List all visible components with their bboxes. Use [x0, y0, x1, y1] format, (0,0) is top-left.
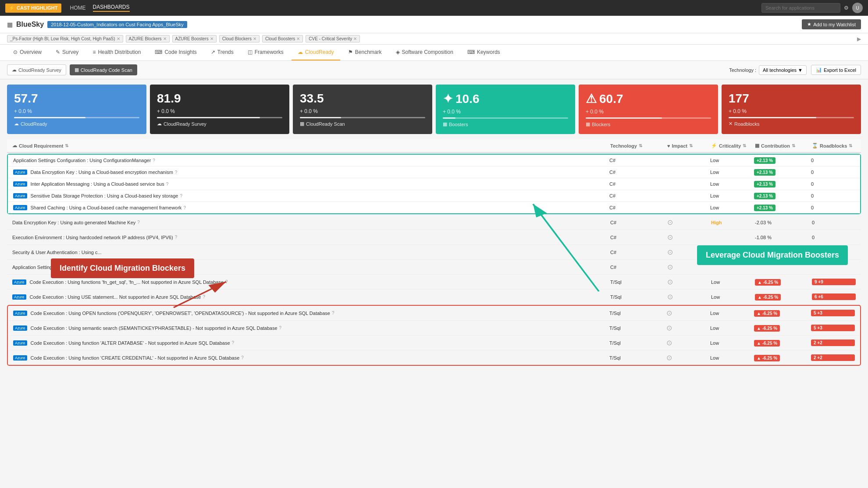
- tech-0: C#: [609, 158, 666, 163]
- tech-2: C#: [609, 181, 666, 187]
- impact-circle-14: ⊙: [666, 354, 672, 361]
- help-icon-6[interactable]: ?: [175, 235, 178, 240]
- tag-remove-4[interactable]: ✕: [296, 36, 300, 41]
- scan-score-icon: ▦: [300, 121, 304, 127]
- help-icon-9[interactable]: ?: [225, 279, 228, 284]
- tag-5[interactable]: CVE - Critical Severity ✕: [306, 35, 360, 42]
- contribution-14: ▲ -6.25 %: [754, 355, 811, 361]
- help-icon-3[interactable]: ?: [180, 194, 182, 198]
- tag-1[interactable]: AZURE Blockers ✕: [126, 35, 170, 42]
- tag-3[interactable]: Cloud Blockers ✕: [219, 35, 260, 42]
- azure-badge-1: Azure: [13, 170, 27, 175]
- nav-home[interactable]: HOME: [70, 5, 86, 11]
- keywords-icon: ⌨: [467, 49, 475, 55]
- main-content: ☁ Cloud Requirement ⇅ Technology ⇅ ♥ Imp…: [0, 139, 868, 366]
- roadblocks-score-icon: ✕: [729, 121, 733, 127]
- help-icon-1[interactable]: ?: [175, 170, 178, 175]
- tag-remove-1[interactable]: ✕: [163, 36, 167, 41]
- sort-impact-icon[interactable]: ⇅: [689, 143, 693, 148]
- roadblocks-3: 0: [811, 193, 855, 198]
- tech-5: C#: [610, 220, 667, 225]
- export-button[interactable]: 📊 Export to Excel: [811, 65, 861, 75]
- help-icon-11[interactable]: ?: [332, 311, 334, 315]
- user-avatar[interactable]: U: [852, 3, 863, 13]
- search-input[interactable]: [761, 3, 840, 13]
- tab-survey[interactable]: ✎ Survey: [50, 45, 85, 60]
- roadblocks-col-icon: ⌛: [812, 143, 818, 149]
- tag-remove-0[interactable]: ✕: [117, 36, 120, 41]
- tag-4[interactable]: Cloud Boosters ✕: [262, 35, 303, 42]
- tab-health[interactable]: ≡ Health Distribution: [86, 45, 147, 60]
- help-icon-14[interactable]: ?: [241, 355, 244, 360]
- tag-2[interactable]: AZURE Boosters ✕: [172, 35, 217, 42]
- sort-roadblocks-icon[interactable]: ⇅: [849, 143, 852, 148]
- technology-dropdown[interactable]: All technologies ▼: [759, 65, 807, 75]
- page-header: ▦ BlueSky 2018-12-05-Custom_Indicators o…: [0, 16, 868, 33]
- survey-score-icon: ☁: [157, 121, 162, 127]
- help-icon-4[interactable]: ?: [183, 205, 186, 210]
- survey-label: ☁ CloudReady Survey: [157, 121, 282, 127]
- criticality-4: Low: [710, 205, 754, 210]
- contribution-4: +2.13 %: [754, 205, 811, 210]
- help-icon-13[interactable]: ?: [232, 340, 235, 345]
- contribution-3: +2.13 %: [754, 193, 811, 198]
- roadblocks-value: 177: [729, 92, 854, 106]
- composition-icon: ◈: [396, 49, 400, 55]
- contribution-9: ▲ -6.25 %: [755, 279, 812, 285]
- criticality-1: Low: [710, 170, 754, 175]
- cloudready-label: ☁ CloudReady: [14, 121, 139, 127]
- tab-trends[interactable]: ↗ Trends: [205, 45, 240, 60]
- cloud-req-icon: ☁: [12, 143, 17, 149]
- impact-circle-11: ⊙: [666, 309, 672, 317]
- expand-tags-icon[interactable]: ▶: [857, 36, 861, 42]
- benchmark-icon: ⚑: [348, 49, 353, 55]
- sort-technology-icon[interactable]: ⇅: [639, 143, 642, 148]
- tab-cloudready[interactable]: ☁ CloudReady: [292, 45, 340, 60]
- roadblocks-bar: [729, 117, 854, 118]
- tag-remove-3[interactable]: ✕: [253, 36, 256, 41]
- tag-0[interactable]: _Ps-Factor (High Bl, Low Risk, High Cost…: [7, 35, 123, 42]
- roadblocks-delta: + 0.0 %: [729, 108, 854, 114]
- nav-links: HOME DASHBOARDS: [70, 4, 130, 12]
- help-icon-2[interactable]: ?: [166, 182, 169, 187]
- survey-sub-icon: ☁: [12, 67, 17, 73]
- contribution-10: ▲ -6.25 %: [755, 294, 812, 300]
- cloudready-delta: + 0.0 %: [14, 108, 139, 114]
- sort-contribution-icon[interactable]: ⇅: [792, 143, 795, 148]
- tab-software-composition[interactable]: ◈ Software Composition: [390, 45, 459, 60]
- help-icon-10[interactable]: ?: [203, 294, 205, 299]
- filter-icon[interactable]: ⚙: [844, 5, 849, 11]
- criticality-10: Low: [711, 294, 755, 300]
- tab-frameworks[interactable]: ◫ Frameworks: [242, 45, 290, 60]
- blockers-score-icon: ▦: [586, 121, 590, 127]
- tag-remove-2[interactable]: ✕: [210, 36, 213, 41]
- tab-keywords[interactable]: ⌨ Keywords: [461, 45, 506, 60]
- sub-tab-right: Technology : All technologies ▼ 📊 Export…: [729, 65, 861, 75]
- criticality-9: Low: [711, 279, 755, 285]
- subtab-survey[interactable]: ☁ CloudReady Survey: [7, 64, 66, 75]
- sort-requirement-icon[interactable]: ⇅: [65, 143, 68, 148]
- tech-7: C#: [610, 250, 667, 255]
- blockers-bar: [586, 117, 711, 119]
- tab-benchmark[interactable]: ⚑ Benchmark: [342, 45, 388, 60]
- nav-dashboards[interactable]: DASHBOARDS: [93, 4, 130, 12]
- help-icon-12[interactable]: ?: [279, 325, 282, 330]
- row-name-4: Azure Shared Caching : Using a Cloud-bas…: [13, 205, 609, 210]
- blockers-label: ▦ Blockers: [586, 121, 711, 127]
- technology-select-area: Technology : All technologies ▼: [729, 65, 807, 75]
- watchlist-button[interactable]: ★ Add to my Watchlist: [802, 19, 861, 29]
- table-row: Azure Shared Caching : Using a Cloud-bas…: [8, 202, 860, 213]
- help-icon-5[interactable]: ?: [137, 220, 140, 225]
- sort-criticality-icon[interactable]: ⇅: [743, 143, 746, 148]
- boosters-score-icon: ▦: [443, 121, 447, 127]
- health-icon: ≡: [92, 49, 96, 55]
- table-row: Azure Code Execution : Using functions '…: [7, 275, 861, 290]
- tab-overview[interactable]: ⊙ Overview: [7, 45, 48, 60]
- table-row: Azure Code Execution : Using OPEN functi…: [8, 306, 860, 321]
- help-icon-0[interactable]: ?: [153, 158, 155, 163]
- col-contribution: ▦ Contribution ⇅: [755, 143, 812, 149]
- tab-code-insights[interactable]: ⌨ Code Insights: [149, 45, 203, 60]
- tag-remove-5[interactable]: ✕: [353, 36, 357, 41]
- row-name-1: Azure Data Encryption Key : Using a Clou…: [13, 170, 609, 175]
- subtab-scan[interactable]: ▦ CloudReady Code Scan: [70, 64, 137, 75]
